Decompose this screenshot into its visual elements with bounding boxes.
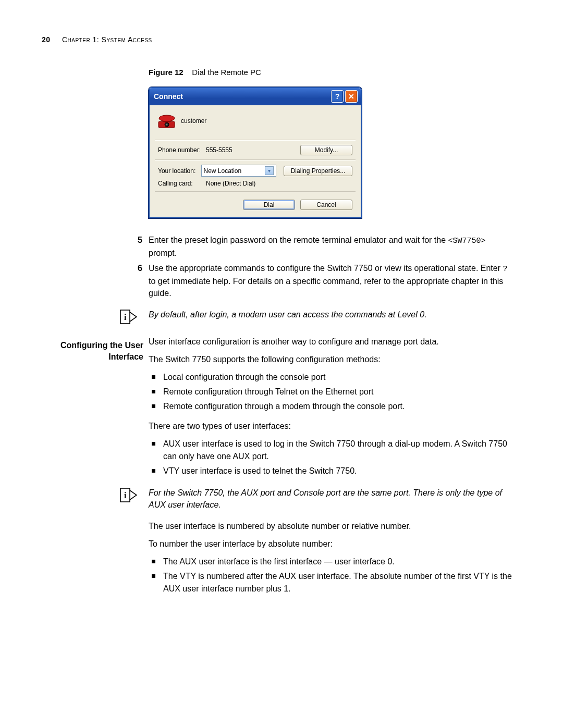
para: User interface configuration is another …	[149, 336, 516, 348]
para: To number the user interface by absolute…	[149, 538, 516, 550]
list-item: Remote configuration through a modem thr…	[149, 400, 516, 413]
divider	[155, 159, 356, 161]
location-label: Your location:	[158, 167, 201, 175]
help-icon: ?	[335, 92, 340, 101]
step-number: 6	[131, 262, 142, 299]
location-select[interactable]: New Location ▾	[201, 165, 277, 177]
list-item: AUX user interface is used to log in the…	[149, 438, 516, 463]
note-text: For the Switch 7750, the AUX port and Co…	[149, 487, 516, 511]
list-item: VTY user interface is used to telnet the…	[149, 465, 516, 477]
list-item: The AUX user interface is the first inte…	[149, 556, 516, 568]
step-number: 5	[131, 234, 142, 259]
section-title: Configuring the User Interface	[50, 340, 143, 362]
help-code: ?	[503, 265, 507, 274]
list-config-methods: Local configuration through the console …	[149, 371, 516, 413]
para: There are two types of user interfaces:	[149, 420, 516, 433]
svg-text:i: i	[124, 491, 127, 500]
info-icon: i	[120, 310, 139, 326]
para: The user interface is numbered by absolu…	[149, 520, 516, 533]
dialog-title: Connect	[154, 92, 329, 101]
calling-card-value: None (Direct Dial)	[206, 180, 352, 187]
cancel-button[interactable]: Cancel	[300, 200, 352, 210]
chapter-label: Chapter 1: System Access	[62, 35, 152, 44]
step-5: 5 Enter the preset login password on the…	[149, 234, 516, 259]
list-item: Remote configuration through Telnet on t…	[149, 386, 516, 398]
dialing-properties-button[interactable]: Dialing Properties...	[284, 166, 352, 176]
figure-caption: Figure 12 Dial the Remote PC	[149, 68, 516, 77]
info-icon: i	[120, 488, 139, 504]
svg-text:i: i	[124, 313, 127, 322]
phone-label: Phone number:	[158, 146, 206, 154]
svg-point-1	[159, 115, 175, 121]
list-item: Local configuration through the console …	[149, 371, 516, 384]
dial-button[interactable]: Dial	[243, 200, 295, 210]
page-header: 20 Chapter 1: System Access	[42, 35, 152, 44]
prompt-code: <SW7750>	[448, 237, 486, 245]
list-ui-types: AUX user interface is used to log in the…	[149, 438, 516, 477]
page-number: 20	[42, 35, 51, 44]
svg-point-3	[166, 124, 168, 126]
help-button[interactable]: ?	[331, 90, 344, 103]
list-item: The VTY is numbered after the AUX user i…	[149, 570, 516, 595]
note-text: By default, after login, a modem user ca…	[149, 309, 427, 320]
location-value: New Location	[204, 167, 242, 175]
close-button[interactable]: ✕	[345, 90, 358, 103]
calling-card-label: Calling card:	[158, 180, 206, 187]
step-6: 6 Use the appropriate commands to config…	[149, 262, 516, 299]
list-absolute-number: The AUX user interface is the first inte…	[149, 556, 516, 595]
dialog-titlebar[interactable]: Connect ? ✕	[150, 88, 361, 105]
figure-title: Dial the Remote PC	[192, 68, 261, 77]
figure-label: Figure 12	[149, 68, 183, 77]
modify-button[interactable]: Modify...	[300, 145, 352, 155]
divider	[155, 191, 356, 192]
customer-name: customer	[181, 117, 206, 125]
para: The Switch 7750 supports the following c…	[149, 353, 516, 366]
phone-value: 555-5555	[206, 146, 300, 154]
divider	[155, 140, 356, 141]
chevron-down-icon: ▾	[265, 166, 274, 175]
connect-dialog: Connect ? ✕	[149, 87, 362, 218]
phone-icon	[158, 113, 176, 129]
close-icon: ✕	[348, 92, 354, 101]
